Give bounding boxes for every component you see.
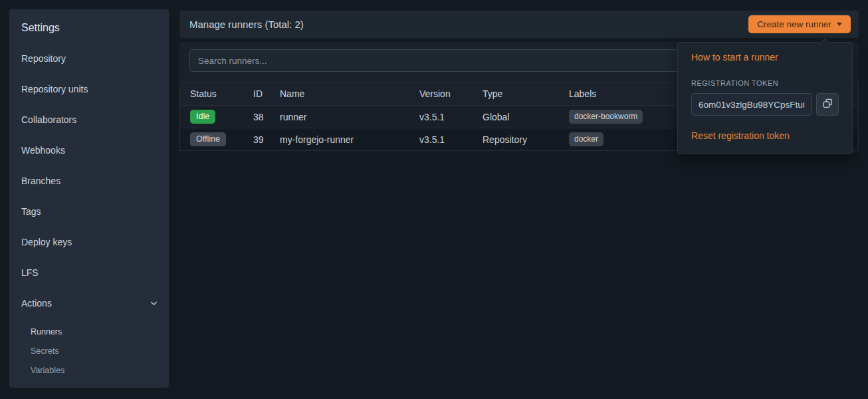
runner-label-badge: docker-bookworm xyxy=(569,110,643,123)
sidebar-item-deploy-keys[interactable]: Deploy keys xyxy=(9,227,169,257)
sidebar-item-secrets[interactable]: Secrets xyxy=(9,341,169,360)
column-header-version: Version xyxy=(419,88,483,99)
copy-icon xyxy=(823,98,833,110)
dropdown-caret-icon xyxy=(837,23,842,26)
sidebar-item-tags[interactable]: Tags xyxy=(9,196,169,227)
sidebar-item-label: Deploy keys xyxy=(21,237,72,247)
sidebar-item-label: Tags xyxy=(21,206,41,217)
column-header-type: Type xyxy=(483,88,569,99)
actions-sub-menu: Runners Secrets Variables xyxy=(9,322,169,380)
runner-id: 38 xyxy=(253,112,280,122)
registration-token-label: REGISTRATION TOKEN xyxy=(691,79,839,87)
runner-version: v3.5.1 xyxy=(419,112,483,122)
column-header-id: ID xyxy=(253,88,280,99)
runner-type: Global xyxy=(483,112,569,122)
how-to-start-runner-link[interactable]: How to start a runner xyxy=(691,52,778,63)
sidebar-item-branches[interactable]: Branches xyxy=(9,166,169,196)
copy-token-button[interactable] xyxy=(816,93,839,116)
sidebar-item-label: Actions xyxy=(21,298,52,309)
create-runner-dropdown: How to start a runner REGISTRATION TOKEN… xyxy=(677,42,853,154)
registration-token-row xyxy=(691,93,839,116)
runner-version: v3.5.1 xyxy=(419,134,483,145)
runner-type: Repository xyxy=(483,134,569,145)
sidebar-item-actions[interactable]: Actions xyxy=(9,288,169,319)
sidebar-item-collaborators[interactable]: Collaborators xyxy=(9,104,169,135)
sidebar-item-label: LFS xyxy=(21,267,39,278)
status-badge: Offline xyxy=(190,132,226,146)
reset-registration-token-link[interactable]: Reset registration token xyxy=(691,130,790,141)
sidebar-item-webhooks[interactable]: Webhooks xyxy=(9,135,169,166)
page-title: Manage runners (Total: 2) xyxy=(189,19,304,30)
create-new-runner-button[interactable]: Create new runner xyxy=(748,15,851,33)
sidebar-item-label: Collaborators xyxy=(21,114,76,125)
page-header: Manage runners (Total: 2) Create new run… xyxy=(179,11,859,38)
sidebar-item-label: Branches xyxy=(21,176,60,186)
runner-label-badge: docker xyxy=(569,132,603,146)
registration-token-input[interactable] xyxy=(691,93,812,116)
sidebar-subitem-label: Runners xyxy=(31,327,62,336)
sidebar-subitem-label: Secrets xyxy=(31,346,58,356)
sidebar-item-label: Repository units xyxy=(21,84,88,94)
sidebar-item-label: Repository xyxy=(21,53,66,64)
sidebar-item-runners[interactable]: Runners xyxy=(9,322,169,341)
sidebar-subitem-label: Variables xyxy=(31,366,64,375)
sidebar-item-repository[interactable]: Repository xyxy=(9,43,169,74)
sidebar-title: Settings xyxy=(9,13,169,43)
sidebar-item-label: Webhooks xyxy=(21,145,65,156)
column-header-status: Status xyxy=(190,88,253,99)
sidebar-item-lfs[interactable]: LFS xyxy=(9,257,169,288)
runner-name: runner xyxy=(280,112,419,122)
runner-name: my-forgejo-runner xyxy=(280,134,419,145)
sidebar-title-label: Settings xyxy=(21,22,60,34)
status-badge: Idle xyxy=(190,110,215,124)
runner-id: 39 xyxy=(253,134,280,145)
settings-sidebar: Settings Repository Repository units Col… xyxy=(9,9,169,388)
column-header-name: Name xyxy=(280,88,419,99)
chevron-down-icon xyxy=(150,299,158,308)
create-new-runner-label: Create new runner xyxy=(757,19,831,29)
sidebar-item-variables[interactable]: Variables xyxy=(9,360,169,380)
sidebar-item-repository-units[interactable]: Repository units xyxy=(9,74,169,104)
